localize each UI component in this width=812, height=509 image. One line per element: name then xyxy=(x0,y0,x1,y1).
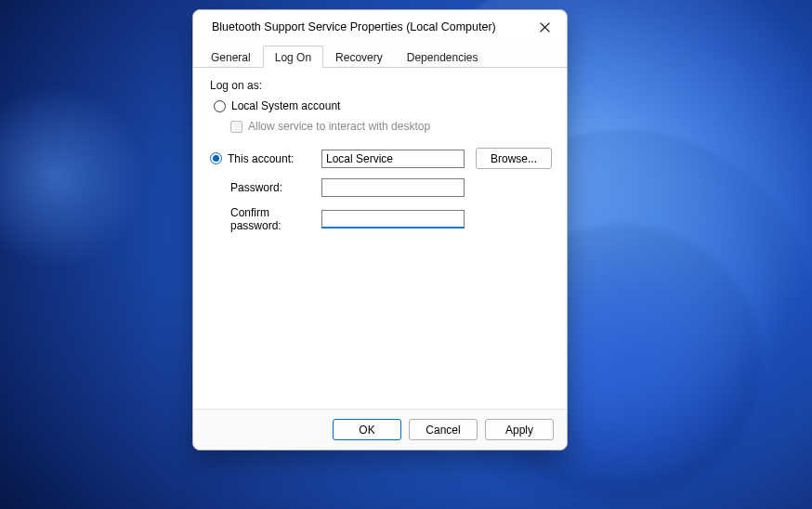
radio-local-system-account[interactable] xyxy=(214,100,226,112)
password-input[interactable] xyxy=(321,178,465,197)
close-button[interactable] xyxy=(528,14,561,40)
cancel-button[interactable]: Cancel xyxy=(409,419,478,440)
desktop-background: Bluetooth Support Service Properties (Lo… xyxy=(0,0,812,509)
account-name-input[interactable] xyxy=(321,150,465,168)
tab-general[interactable]: General xyxy=(199,46,263,68)
tab-recovery[interactable]: Recovery xyxy=(323,46,395,68)
browse-button[interactable]: Browse... xyxy=(476,148,552,169)
confirm-password-input[interactable] xyxy=(321,210,465,228)
label-local-system-account[interactable]: Local System account xyxy=(231,99,340,112)
radio-this-account[interactable] xyxy=(210,152,222,164)
label-allow-interact-desktop: Allow service to interact with desktop xyxy=(248,120,430,133)
label-password: Password: xyxy=(210,181,312,194)
apply-button[interactable]: Apply xyxy=(485,419,554,440)
tabstrip: General Log On Recovery Dependencies xyxy=(193,44,567,68)
dialog-titlebar[interactable]: Bluetooth Support Service Properties (Lo… xyxy=(193,10,567,44)
log-on-panel: Log on as: Local System account Allow se… xyxy=(193,68,567,409)
service-properties-dialog: Bluetooth Support Service Properties (Lo… xyxy=(192,9,568,450)
checkbox-allow-interact-desktop xyxy=(230,121,242,133)
close-icon xyxy=(540,22,550,33)
tab-log-on[interactable]: Log On xyxy=(263,46,323,68)
wallpaper-bloom xyxy=(0,84,149,269)
dialog-footer: OK Cancel Apply xyxy=(193,409,567,450)
label-confirm-password: Confirm password: xyxy=(210,206,312,232)
dialog-title: Bluetooth Support Service Properties (Lo… xyxy=(212,20,496,33)
log-on-as-label: Log on as: xyxy=(210,79,552,92)
tab-dependencies[interactable]: Dependencies xyxy=(395,46,491,68)
ok-button[interactable]: OK xyxy=(333,419,401,440)
label-this-account[interactable]: This account: xyxy=(228,152,294,165)
